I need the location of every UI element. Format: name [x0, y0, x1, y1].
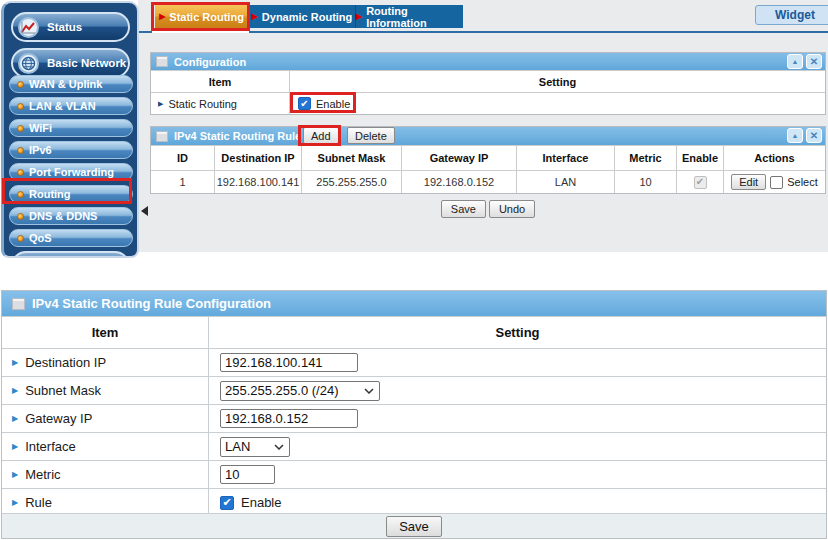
subnet-mask-select[interactable]: 255.255.255.0 (/24) — [220, 381, 380, 401]
metric-input[interactable] — [220, 465, 275, 484]
chevron-down-icon — [274, 444, 284, 450]
sidebar-item-qos[interactable]: QoS — [9, 229, 133, 247]
sidebar-item-object-definition[interactable]: Object Definition — [11, 251, 130, 258]
select-label: Select — [787, 176, 818, 188]
tab-static-routing[interactable]: ▶ Static Routing — [155, 5, 248, 28]
row-label: Destination IP — [25, 355, 106, 370]
column-header: Destination IP — [214, 146, 301, 170]
destination-ip-input[interactable] — [220, 353, 358, 372]
configuration-panel-header: Configuration ▲ ✕ — [151, 53, 825, 70]
column-header-setting: Setting — [208, 317, 826, 348]
sidebar-item-status[interactable]: Status — [11, 12, 130, 42]
window-icon — [13, 299, 24, 309]
interface-select[interactable]: LAN — [220, 437, 290, 457]
table-row-interface: ▶ Interface LAN — [2, 432, 826, 460]
enable-label: Enable — [241, 495, 281, 510]
row-label: Rule — [25, 495, 52, 510]
tab-label: Dynamic Routing — [262, 11, 352, 23]
rule-list-panel: IPv4 Static Routing Rule List Add Delete… — [150, 126, 826, 194]
sidebar-collapse-arrow[interactable] — [141, 206, 148, 216]
sidebar-item-wifi[interactable]: WiFi — [9, 119, 133, 137]
cell-subnet-mask: 255.255.255.0 — [301, 171, 401, 193]
add-button[interactable]: Add — [303, 127, 339, 144]
table-header-row: Item Setting — [151, 70, 825, 92]
sidebar-item-routing[interactable]: Routing — [9, 185, 133, 203]
save-button[interactable]: Save — [441, 200, 486, 218]
orange-dot-icon — [17, 81, 24, 88]
tab-label: Static Routing — [169, 11, 244, 23]
sidebar-item-label: WiFi — [29, 122, 52, 134]
sidebar-item-lan-vlan[interactable]: LAN & VLAN — [9, 97, 133, 115]
panel-collapse-button[interactable]: ▲ — [787, 54, 803, 69]
blue-arrow-icon: ▶ — [158, 100, 163, 108]
column-header: Enable — [676, 146, 723, 170]
table-header-row: Item Setting — [2, 316, 826, 348]
sidebar-item-port-forwarding[interactable]: Port Forwarding — [9, 163, 133, 181]
configuration-panel: Configuration ▲ ✕ Item Setting ▶ Static … — [150, 52, 826, 115]
blue-arrow-icon: ▶ — [12, 414, 18, 423]
column-header: Subnet Mask — [301, 146, 401, 170]
list-actions: Save Undo — [150, 200, 826, 218]
sidebar-item-label: DNS & DDNS — [29, 210, 97, 222]
gateway-ip-input[interactable] — [220, 409, 358, 428]
sidebar-item-basic-network[interactable]: Basic Network — [11, 48, 130, 78]
column-header: Interface — [516, 146, 614, 170]
sidebar-item-label: Basic Network — [47, 57, 126, 69]
routing-tabbar: ▶ Static Routing ▶ Dynamic Routing ▶ Rou… — [155, 5, 463, 28]
blue-arrow-icon: ▶ — [12, 470, 18, 479]
sidebar-item-wan-uplink[interactable]: WAN & Uplink — [9, 75, 133, 93]
selected-value: 255.255.255.0 (/24) — [225, 383, 338, 398]
cell-id: 1 — [151, 171, 214, 193]
orange-dot-icon — [17, 147, 24, 154]
tab-routing-information[interactable]: ▶ Routing Information — [355, 5, 463, 28]
selected-value: LAN — [225, 439, 250, 454]
rule-enable-checkbox[interactable]: ✔ — [220, 496, 234, 510]
undo-button[interactable]: Undo — [489, 200, 535, 218]
table-header-row: ID Destination IP Subnet Mask Gateway IP… — [151, 145, 825, 170]
panel-title: Configuration — [174, 56, 246, 68]
save-button[interactable]: Save — [386, 516, 442, 537]
router-admin-window: ▶ Static Routing ▶ Dynamic Routing ▶ Rou… — [0, 0, 828, 258]
table-row: 1 192.168.100.141 255.255.255.0 192.168.… — [151, 170, 825, 193]
sidebar: Status Basic Network WAN & Uplink LAN & … — [1, 1, 139, 258]
folder-icon — [18, 256, 39, 259]
red-arrow-icon: ▶ — [356, 13, 362, 21]
orange-dot-icon — [17, 191, 24, 198]
sidebar-item-label: Routing — [29, 188, 71, 200]
table-row: ▶ Static Routing ✔ Enable — [151, 92, 825, 114]
sidebar-item-label: QoS — [29, 232, 52, 244]
panel-close-button[interactable]: ✕ — [806, 54, 822, 69]
tab-label: Routing Information — [366, 5, 463, 29]
table-row-metric: ▶ Metric — [2, 460, 826, 488]
blue-arrow-icon: ▶ — [12, 498, 18, 507]
window-icon — [157, 132, 167, 141]
window-icon — [157, 57, 167, 66]
column-header: Actions — [723, 146, 825, 170]
rule-list-panel-header: IPv4 Static Routing Rule List Add Delete… — [151, 127, 825, 145]
red-arrow-icon: ▶ — [252, 13, 258, 21]
panel-title: IPv4 Static Routing Rule List — [174, 130, 324, 142]
table-row-destination-ip: ▶ Destination IP — [2, 348, 826, 376]
panel-collapse-button[interactable]: ▲ — [787, 128, 803, 143]
orange-dot-icon — [17, 235, 24, 242]
edit-button[interactable]: Edit — [731, 174, 766, 190]
sidebar-item-ipv6[interactable]: IPv6 — [9, 141, 133, 159]
line-chart-icon — [18, 17, 39, 38]
panel-close-button[interactable]: ✕ — [806, 128, 822, 143]
cell-destination-ip: 192.168.100.141 — [214, 171, 301, 193]
sidebar-item-dns-ddns[interactable]: DNS & DDNS — [9, 207, 133, 225]
tab-dynamic-routing[interactable]: ▶ Dynamic Routing — [248, 5, 355, 28]
chevron-down-icon — [364, 388, 374, 394]
cell-interface: LAN — [516, 171, 614, 193]
blue-arrow-icon: ▶ — [12, 358, 18, 367]
orange-dot-icon — [17, 125, 24, 132]
delete-button[interactable]: Delete — [347, 127, 395, 144]
select-checkbox[interactable] — [770, 176, 783, 189]
widget-button[interactable]: Widget — [755, 5, 828, 25]
static-routing-enable-checkbox[interactable]: ✔ — [298, 97, 311, 110]
column-header: Gateway IP — [401, 146, 516, 170]
cell-gateway-ip: 192.168.0.152 — [401, 171, 516, 193]
sidebar-item-label: IPv6 — [29, 144, 52, 156]
sidebar-item-label: WAN & Uplink — [29, 78, 102, 90]
row-label: Gateway IP — [25, 411, 92, 426]
